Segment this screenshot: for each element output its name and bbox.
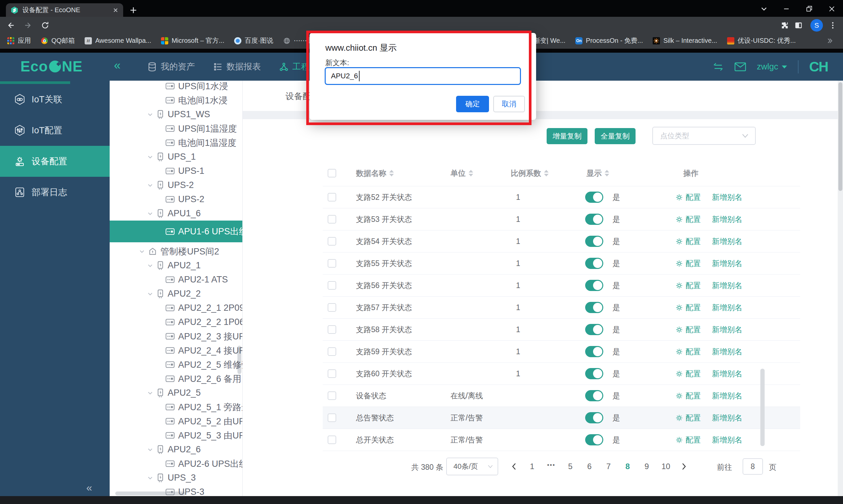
config-link[interactable]: 配置 [676,214,701,224]
sidebar-item-2[interactable]: IoT配置 [0,115,110,146]
nav-item[interactable]: 数据报表 [213,61,261,72]
ecoone-logo[interactable]: Eco NE [20,58,83,75]
config-link[interactable]: 配置 [676,391,701,401]
tree-item[interactable]: APU2_1 [110,258,243,273]
chevron-down-icon[interactable] [147,390,153,396]
show-toggle[interactable] [585,280,603,291]
back-button[interactable] [6,21,15,30]
tree-item[interactable]: APU1_6 [110,206,243,220]
row-checkbox[interactable] [328,347,336,356]
side-panel-icon[interactable] [794,21,803,30]
tree-item[interactable]: APU2_2 [110,287,243,301]
row-checkbox[interactable] [328,413,336,422]
row-checkbox[interactable] [328,391,336,400]
tree-item[interactable]: APU2_5 [110,386,243,400]
show-toggle[interactable] [585,214,603,225]
config-link[interactable]: 配置 [676,192,701,202]
chevron-down-icon[interactable] [147,182,153,188]
show-toggle[interactable] [585,324,603,335]
config-link[interactable]: 配置 [676,281,701,291]
chevron-down-icon[interactable] [147,291,153,297]
add-alias-link[interactable]: 新增别名 [712,369,742,379]
show-toggle[interactable] [585,236,603,247]
bookmark-item[interactable]: 优设-UISDC: 优秀... [727,36,796,45]
chevron-down-icon[interactable] [147,112,153,118]
window-close-button[interactable] [824,4,839,14]
tree-item[interactable]: 管制楼UPS间2 [110,244,243,258]
bookmark-item[interactable]: OnProcessOn - 免费... [575,36,643,45]
add-alias-link[interactable]: 新增别名 [712,413,742,423]
config-link[interactable]: 配置 [676,236,701,247]
show-toggle[interactable] [585,368,603,379]
add-alias-link[interactable]: 新增别名 [712,347,742,357]
bookmark-item[interactable]: 百度·图说 [234,36,273,45]
header-scale[interactable]: 比例系数 [511,168,541,178]
add-alias-link[interactable]: 新增别名 [712,391,742,401]
sort-icons[interactable] [469,170,473,177]
sidebar-item-3[interactable]: 设备配置 [0,146,110,177]
add-alias-link[interactable]: 新增别名 [712,258,742,269]
chevron-down-icon[interactable] [147,154,153,160]
show-toggle[interactable] [585,434,603,445]
reload-button[interactable] [41,21,49,30]
tree-item[interactable]: APU2_5_3 由UPS-4 [110,428,243,443]
show-toggle[interactable] [585,390,603,401]
full-copy-button[interactable]: 全量复制 [595,128,635,144]
page-size-select[interactable]: 40条/页 [446,457,498,475]
tree-item[interactable]: APU2-6 UPS出线柜 [110,456,243,471]
tree-item[interactable]: 电池间1水浸 [110,93,243,107]
show-toggle[interactable] [585,412,603,424]
config-link[interactable]: 配置 [676,258,701,269]
show-toggle[interactable] [585,346,603,357]
page-number[interactable]: 10 [656,462,676,471]
tree-item[interactable]: APU2_2_6 备用 [110,372,243,386]
chevron-down-icon[interactable] [147,263,153,269]
row-checkbox[interactable] [328,237,336,246]
tree-item[interactable]: UPS-2 [110,178,243,192]
page-number[interactable]: 5 [561,462,580,471]
row-checkbox[interactable] [328,435,336,444]
tree-item[interactable]: APU2_5_1 旁路进线 [110,400,243,414]
chevron-down-icon[interactable] [139,249,145,254]
row-checkbox[interactable] [328,325,336,334]
sidebar-item-1[interactable]: IoT关联 [0,84,110,115]
page-number[interactable]: 6 [580,462,599,471]
config-link[interactable]: 配置 [676,413,701,423]
config-link[interactable]: 配置 [676,369,701,379]
config-link[interactable]: 配置 [676,435,701,445]
add-alias-link[interactable]: 新增别名 [712,192,742,202]
bookmark-item[interactable]: Silk – Interactive... [653,37,717,44]
chevron-down-icon[interactable] [147,211,153,217]
sort-icons[interactable] [605,170,609,177]
window-restore-button[interactable] [802,4,817,14]
nav-item[interactable]: 我的资产 [147,61,195,72]
tree-item[interactable]: APU2-1 ATS [110,273,243,287]
bookmark-item[interactable]: QQ邮箱 [41,36,75,45]
tree-item[interactable]: UPS-2 [110,192,243,206]
sort-icons[interactable] [544,170,549,177]
user-menu[interactable]: zwlgc [757,61,787,72]
header-unit[interactable]: 单位 [450,168,466,178]
bookmarks-overflow-icon[interactable] [826,37,833,44]
add-alias-link[interactable]: 新增别名 [712,214,742,224]
page-number[interactable]: 7 [599,462,618,471]
select-all-checkbox[interactable] [328,169,336,177]
page-scrollbar[interactable] [838,80,843,496]
tree-item[interactable]: APU2_2_2 1P06-4 [110,315,243,329]
page-number[interactable]: 9 [637,462,656,471]
sidebar-item-4[interactable]: 部署日志 [0,177,110,208]
tree-item[interactable]: APU2_2_3 接UPS-3 [110,329,243,343]
extensions-puzzle-icon[interactable] [781,21,789,30]
tree-item[interactable]: APU2_6 [110,443,243,456]
tree-item[interactable]: UPS_3 [110,471,243,485]
tree-item[interactable]: UPS-1 [110,164,243,178]
tab-close-icon[interactable] [113,7,119,13]
tree-item[interactable]: UPS间1温湿度 [110,122,243,136]
row-checkbox[interactable] [328,193,336,201]
goto-page-input[interactable]: 8 [742,458,763,475]
tree-item[interactable]: 电池间1温湿度 [110,136,243,150]
next-page-button[interactable] [676,463,693,470]
tree-item[interactable]: APU2_2_1 2P09-7 [110,301,243,315]
config-link[interactable]: 配置 [676,325,701,335]
incremental-copy-button[interactable]: 增量复制 [546,128,588,144]
